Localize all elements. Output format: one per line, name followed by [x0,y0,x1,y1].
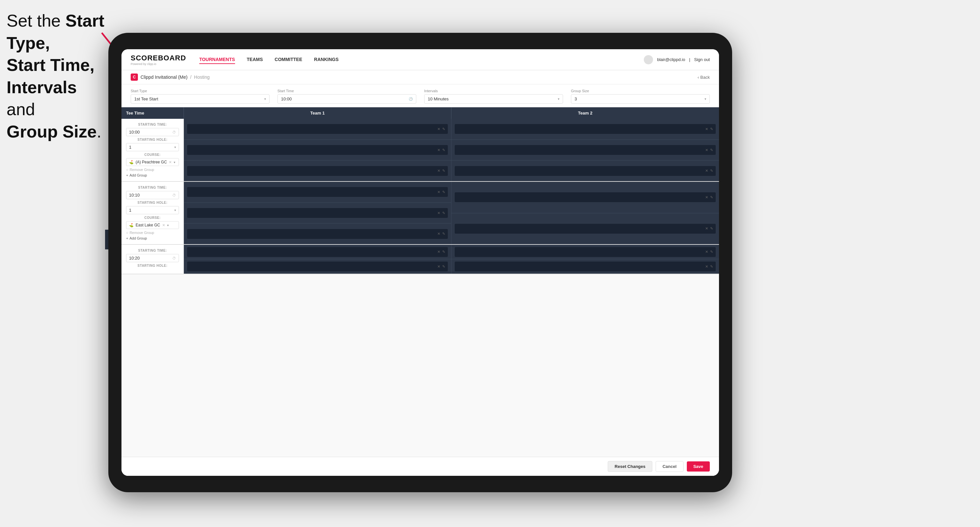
slot-edit-icon[interactable]: ✎ [442,169,445,173]
slot-edit-icon[interactable]: ✎ [710,195,713,200]
instruction-bold1: Start Type, [6,11,104,52]
slot-edit-icon[interactable]: ✎ [442,190,445,194]
cancel-button[interactable]: Cancel [655,461,684,472]
starting-time-input-2[interactable]: 10:10 ⏱ [126,191,179,199]
slot-x-icon[interactable]: ✕ [705,169,708,173]
slot-x-icon[interactable]: ✕ [705,127,708,131]
start-type-select[interactable]: 1st Tee Start ▾ [130,94,270,104]
nav-committee[interactable]: COMMITTEE [275,56,302,64]
team1-slot1-3[interactable]: ✕ ✎ [187,247,448,257]
team1-slot3-2[interactable]: ✕ ✎ [187,229,448,239]
nav-tournaments[interactable]: TOURNAMENTS [199,56,235,64]
start-type-value: 1st Tee Start [134,97,158,102]
breadcrumb-tournament[interactable]: Clippd Invitational (Me) [140,75,188,80]
team1-slot3-1[interactable]: ✕ ✎ [187,166,448,176]
team2-slot3-1[interactable]: ✕ ✎ [455,166,716,176]
slot-edit-icon[interactable]: ✎ [442,211,445,215]
team1-row2-2: ✕ ✎ [184,203,451,224]
team1-slot2-2[interactable]: ✕ ✎ [187,208,448,218]
add-icon-2: + [126,236,128,240]
team2-col-1: ✕ ✎ ✕ ✎ ✕ [452,119,719,181]
slot-edit-icon[interactable]: ✎ [710,148,713,152]
starting-time-input-3[interactable]: 10:20 ⏱ [126,254,179,262]
starting-hole-input-1[interactable]: 1 ▾ [126,143,179,151]
course-remove-2[interactable]: ✕ [162,223,165,227]
slot-edit-icon[interactable]: ✎ [442,127,445,131]
team1-slot2-3[interactable]: ✕ ✎ [187,262,448,271]
slot-x-icon[interactable]: ✕ [437,265,440,269]
back-label: Back [700,75,710,80]
starting-time-input-1[interactable]: 10:00 ⏱ [126,128,179,136]
slot-edit-icon[interactable]: ✎ [710,226,713,231]
back-button[interactable]: ‹ Back [698,75,710,80]
clock-icon-2: ⏱ [172,193,176,197]
slot-x-icon[interactable]: ✕ [705,148,708,152]
reset-changes-button[interactable]: Reset Changes [608,461,652,472]
slot-edit-icon[interactable]: ✎ [442,232,445,236]
instruction-text: Set the Start Type, Start Time, Interval… [6,10,108,143]
nav-right: blair@clippd.io | Sign out [644,55,710,64]
slot-edit-icon[interactable]: ✎ [710,127,713,131]
slot-x-icon[interactable]: ✕ [437,190,440,194]
nav-teams[interactable]: TEAMS [247,56,263,64]
team2-slot2-2[interactable]: ✕ ✎ [455,224,716,233]
intervals-select[interactable]: 10 Minutes ▾ [424,94,563,104]
course-remove-1[interactable]: ✕ [169,160,172,164]
add-group-1[interactable]: + Add Group [126,173,179,177]
team2-slot2-1[interactable]: ✕ ✎ [455,145,716,155]
starting-hole-label-3: STARTING HOLE: [126,264,179,267]
starting-time-label-3: STARTING TIME: [126,249,179,252]
settings-row: Start Type 1st Tee Start ▾ Start Time 10… [121,84,719,107]
hole-chevron-1: ▾ [174,145,176,149]
sign-out-link[interactable]: Sign out [694,57,710,62]
remove-group-1[interactable]: ○ Remove Group [126,168,179,171]
save-button[interactable]: Save [687,461,710,471]
tablet-device: SCOREBOARD Powered by clipp.io TOURNAMEN… [108,33,732,492]
starting-hole-input-2[interactable]: 1 ▾ [126,206,179,214]
slot-edit-icon[interactable]: ✎ [442,148,445,152]
remove-icon-2: ○ [126,231,128,235]
course-tag-2[interactable]: ⛳ East Lake GC ✕ ▾ [126,221,179,229]
remove-group-2[interactable]: ○ Remove Group [126,231,179,235]
start-time-select[interactable]: 10:00 🕐 [277,94,416,104]
group-size-chevron-icon: ▾ [705,97,706,101]
team2-slot1-2[interactable]: ✕ ✎ [455,192,716,202]
slot-x-icon[interactable]: ✕ [437,211,440,215]
slot-edit-icon[interactable]: ✎ [442,250,445,254]
course-tag-1[interactable]: ⛳ (A) Peachtree GC ✕ ▾ [126,158,179,166]
slot-x-icon[interactable]: ✕ [437,250,440,254]
back-arrow-icon: ‹ [698,75,699,80]
nav-rankings[interactable]: RANKINGS [314,56,339,64]
team2-slot1-1[interactable]: ✕ ✎ [455,124,716,134]
setting-start-type: Start Type 1st Tee Start ▾ [130,89,270,104]
slot-x-icon[interactable]: ✕ [705,195,708,200]
slot-x-icon[interactable]: ✕ [705,226,708,231]
slot-x-icon[interactable]: ✕ [705,250,708,254]
course-name-1: (A) Peachtree GC [135,160,167,164]
team1-col-3: ✕ ✎ ✕ ✎ [184,245,452,274]
group-size-select[interactable]: 3 ▾ [571,94,710,104]
slot-x-icon[interactable]: ✕ [437,169,440,173]
breadcrumb-sep: / [190,75,191,80]
slot-x-icon[interactable]: ✕ [437,127,440,131]
starting-hole-value-2: 1 [129,208,131,213]
team1-slot2-1[interactable]: ✕ ✎ [187,145,448,155]
instruction-and: and [6,100,35,119]
team2-slot2-3[interactable]: ✕ ✎ [455,262,716,271]
team2-row1-1: ✕ ✎ [452,119,719,140]
slot-edit-icon[interactable]: ✎ [442,265,445,269]
starting-hole-value-1: 1 [129,145,131,150]
slot-x-icon[interactable]: ✕ [437,232,440,236]
team1-slot1-1[interactable]: ✕ ✎ [187,124,448,134]
navbar: SCOREBOARD Powered by clipp.io TOURNAMEN… [121,49,719,70]
slot-x-icon[interactable]: ✕ [437,148,440,152]
team1-slot1-2[interactable]: ✕ ✎ [187,187,448,197]
team2-slot1-3[interactable]: ✕ ✎ [455,247,716,257]
team1-row3-2: ✕ ✎ [184,224,451,244]
slot-edit-icon[interactable]: ✎ [710,265,713,269]
start-type-label: Start Type [130,89,270,93]
add-group-2[interactable]: + Add Group [126,236,179,240]
slot-edit-icon[interactable]: ✎ [710,169,713,173]
slot-x-icon[interactable]: ✕ [705,265,708,269]
slot-edit-icon[interactable]: ✎ [710,250,713,254]
